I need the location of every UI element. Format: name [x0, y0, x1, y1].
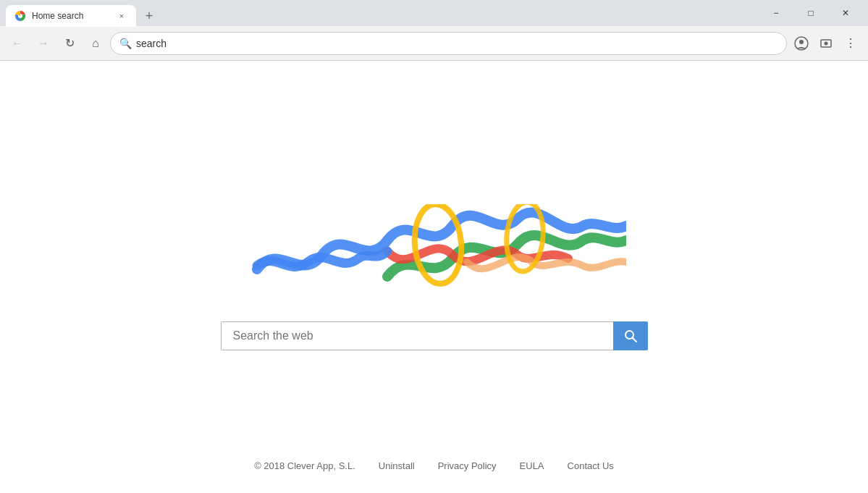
- footer-eula-link[interactable]: EULA: [520, 460, 544, 471]
- reload-button[interactable]: ↻: [58, 32, 81, 55]
- svg-point-3: [799, 40, 804, 44]
- svg-line-9: [632, 337, 636, 342]
- address-input[interactable]: [136, 38, 778, 49]
- active-tab[interactable]: Home search ×: [6, 5, 136, 27]
- search-button-icon: [623, 329, 638, 343]
- home-button[interactable]: ⌂: [84, 32, 107, 55]
- close-button[interactable]: ✕: [829, 1, 862, 25]
- maximize-button[interactable]: □: [794, 1, 827, 25]
- minimize-button[interactable]: −: [759, 1, 793, 25]
- svg-point-5: [825, 41, 828, 45]
- tab-favicon-icon: [14, 10, 26, 22]
- page-content: © 2018 Clever App, S.L. Uninstall Privac…: [0, 61, 868, 493]
- footer-privacy-link[interactable]: Privacy Policy: [438, 460, 497, 471]
- search-box: [221, 321, 648, 350]
- footer-uninstall-link[interactable]: Uninstall: [379, 460, 415, 471]
- toolbar-right: ⋮: [790, 32, 862, 55]
- footer-contact-link[interactable]: Contact Us: [568, 460, 614, 471]
- window-controls: − □ ✕: [759, 1, 862, 25]
- forward-button[interactable]: →: [32, 32, 55, 55]
- titlebar: Home search × + − □ ✕: [0, 0, 868, 26]
- profile-icon[interactable]: [790, 32, 813, 55]
- back-button[interactable]: ←: [6, 32, 29, 55]
- copyright-text: © 2018 Clever App, S.L.: [254, 460, 355, 471]
- search-button[interactable]: [613, 321, 648, 350]
- search-input[interactable]: [221, 321, 613, 350]
- screenshot-icon[interactable]: [814, 32, 838, 55]
- tab-strip: Home search × +: [6, 0, 759, 26]
- address-search-icon: 🔍: [119, 38, 132, 49]
- new-tab-button[interactable]: +: [139, 6, 159, 26]
- tab-title: Home search: [32, 11, 110, 21]
- logo-area: [243, 204, 626, 301]
- browser-toolbar: ← → ↻ ⌂ 🔍 ⋮: [0, 26, 868, 61]
- tab-close-button[interactable]: ×: [116, 10, 127, 22]
- page-footer: © 2018 Clever App, S.L. Uninstall Privac…: [0, 460, 868, 471]
- address-bar[interactable]: 🔍: [110, 32, 787, 55]
- menu-icon[interactable]: ⋮: [839, 32, 862, 55]
- logo-svg: [243, 204, 626, 298]
